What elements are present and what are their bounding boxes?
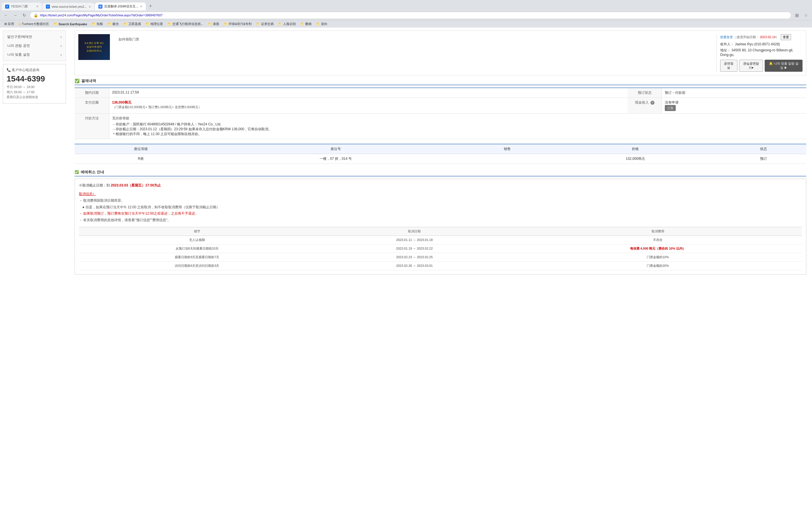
payment-cash-text: 现金收入 bbox=[635, 101, 649, 104]
seat-col-sales: 销售 bbox=[465, 144, 550, 154]
tab-favicon-viewsource: Y bbox=[46, 5, 50, 8]
customer-service-box: 📞 客户中心电话咨询 1544-6399 平日 09:00 ～ 18:00 周六… bbox=[3, 64, 66, 104]
cancel-info: 取消信息） － 取消费用因取消日期而异。 ● 但是，如果在预订当天中午 12:0… bbox=[79, 191, 802, 223]
bookmark-earthquake[interactable]: 📁 Search Earthquake bbox=[52, 21, 89, 26]
tab-close-yes24[interactable]: ✕ bbox=[36, 5, 38, 8]
cancel-row-0: 无人认领期 2023.01.11 ～ 2023.01.18 不存在 bbox=[79, 236, 802, 244]
cancel-detail-1: 从预订后8天到观看日期前10天 bbox=[79, 244, 315, 253]
cancel-detail-3: 访问日期前6天至访问日期前3天 bbox=[79, 262, 315, 270]
tab-viewsource[interactable]: Y view-source:ticket.yes2... ✕ bbox=[42, 3, 94, 10]
traffic-folder-icon: 📁 bbox=[167, 22, 172, 26]
alarm-button[interactable]: 🔔 나의 맞춤 알람 설정 ▶ bbox=[765, 60, 802, 72]
tab-close-baidu[interactable]: ✕ bbox=[140, 5, 142, 8]
bookmark-vpn[interactable]: 📁 翻墙 bbox=[299, 21, 313, 27]
cancel-col-detail: 细节 bbox=[79, 227, 315, 236]
sidebar-item-ticket[interactable]: 발인구폰/예매전 › bbox=[3, 32, 66, 41]
cancel-info-link[interactable]: 取消信息） bbox=[79, 192, 96, 196]
seat-col-status: 状态 bbox=[720, 144, 806, 154]
environment-folder-icon: 📁 bbox=[224, 22, 228, 26]
satellite-folder-icon: 📁 bbox=[123, 22, 127, 26]
payment-row-date: 预约日期 2023.01.11 17:59 预订状态 预订－付款前 bbox=[75, 88, 806, 98]
cancel-info-line1: ● 但是，如果在预订当天中午 12:00 之前取消，则不收取取消费用（仅限于取消… bbox=[79, 204, 802, 211]
address-bar[interactable]: 🔒 https://ticket.yes24.com/Pages/MyPage/… bbox=[30, 12, 791, 19]
cancel-deadline-date: 2023.03.03（星期五）17:00为止 bbox=[111, 183, 161, 187]
payment-row-amount: 支付总额 136,000韩元 （门票金额132,000韩元+ 预订费1,000韩… bbox=[75, 98, 806, 114]
tab-close-viewsource[interactable]: ✕ bbox=[89, 5, 91, 8]
sidebar-arrow-concert: › bbox=[60, 44, 62, 48]
seat-number: 一楼，07 拼，014 号 bbox=[207, 154, 465, 164]
bookmark-traffic-label: 交通飞行航班信息抓... bbox=[173, 22, 203, 26]
bookmark-face-label: 人脸识别 bbox=[283, 22, 296, 26]
address-label: 地址： bbox=[720, 48, 730, 52]
extensions-button[interactable]: ⊞ bbox=[793, 12, 800, 19]
forward-button[interactable]: → bbox=[12, 12, 19, 19]
bookmark-environment-label: 环保&排污&专利 bbox=[229, 22, 252, 26]
reload-button[interactable]: ↻ bbox=[21, 12, 28, 19]
bookmark-traffic[interactable]: 📁 交通飞行航班信息抓... bbox=[165, 21, 205, 27]
page-layout: 발인구폰/예매전 › 나의 관람 공연 › 나의 맞춤 설정 › 📞 客户中心电… bbox=[0, 28, 812, 277]
bookmark-satellite[interactable]: 📁 卫星遥感 bbox=[121, 21, 143, 27]
payment-date-value: 2023.01.11 17:59 bbox=[109, 88, 628, 98]
securities-folder-icon: 📁 bbox=[256, 22, 260, 26]
bookmark-button[interactable]: ☆ bbox=[802, 12, 810, 19]
payment-method-line0: 无分折存款 bbox=[112, 116, 804, 121]
cancel-section-title: 예매취소 안내 bbox=[80, 169, 104, 175]
batch-delivery-link[interactable]: 批量发货 bbox=[720, 35, 733, 39]
cs-hour-1: 平日 09:00 ～ 18:00 bbox=[6, 85, 62, 90]
sidebar-menu: 발인구폰/예매전 › 나의 관람 공연 › 나의 맞춤 설정 › bbox=[3, 31, 66, 61]
cancel-detail-0: 无人认领期 bbox=[79, 236, 315, 244]
bookmark-tushare[interactable]: U Tushare大数据社区 bbox=[17, 21, 51, 27]
poster-text: 3.4 (토) 오후 3시성남아트센터오페라하우스 bbox=[84, 41, 104, 53]
bookmark-securities[interactable]: 📁 证券交易 bbox=[254, 21, 276, 27]
seat-row: R座 一楼，07 拼，014 号 132,000韩元 预订 bbox=[75, 154, 806, 164]
cancel-deadline: ※取消截止日期：到 2023.03.03（星期五）17:00为止 bbox=[79, 183, 802, 188]
seat-col-price: 价格 bbox=[550, 144, 721, 154]
batch-delivery-info: 批量发货 （发货开始日期： 2023.02.14） 变更 bbox=[720, 34, 802, 40]
sidebar-label-settings: 나의 맞춤 설정 bbox=[7, 52, 30, 57]
address-bar-row: ← → ↻ 🔒 https://ticket.yes24.com/Pages/M… bbox=[0, 10, 812, 20]
ticket-poster: 3.4 (토) 오후 3시성남아트센터오페라하우스 bbox=[78, 34, 110, 60]
concert-info-button[interactable]: 공연정보 bbox=[720, 60, 737, 72]
bookmark-reverse[interactable]: 📁 逆向 bbox=[314, 21, 329, 27]
cs-hour-2: 周六 09:00 ～ 17:00 bbox=[6, 90, 62, 95]
aurora-folder-icon: 📁 bbox=[108, 22, 112, 26]
sidebar-item-settings[interactable]: 나의 맞춤 설정 › bbox=[3, 50, 66, 59]
back-button[interactable]: ← bbox=[2, 12, 10, 19]
cancel-date-0: 2023.01.11 ～ 2023.01.18 bbox=[315, 236, 514, 244]
how-to-label: 如何领取门票 bbox=[119, 37, 139, 41]
tab-baidu[interactable]: B 百度翻译-200种语言互... ✕ bbox=[95, 3, 146, 10]
cancel-detail-2: 观看日期前9天至观看日期前7天 bbox=[79, 253, 315, 262]
new-tab-button[interactable]: + bbox=[146, 2, 155, 10]
payment-section-title: 결제내역 bbox=[81, 78, 96, 84]
bookmark-reverse-label: 逆向 bbox=[321, 22, 327, 26]
bookmark-apps[interactable]: ⊞ 应用 bbox=[2, 21, 16, 27]
apply-button[interactable]: 신청 bbox=[665, 105, 676, 111]
reverse-folder-icon: 📁 bbox=[316, 22, 320, 26]
payment-check-icon: ✅ bbox=[75, 78, 79, 83]
bookmark-ship[interactable]: 📁 轮船 bbox=[90, 21, 105, 27]
ticket-info-box: 如何领取门票 bbox=[115, 34, 711, 72]
seat-sales bbox=[465, 154, 550, 164]
bookmark-environment[interactable]: 📁 环保&排污&专利 bbox=[222, 21, 254, 27]
sidebar-label-concert: 나의 관람 공연 bbox=[7, 43, 30, 48]
change-button[interactable]: 变更 bbox=[781, 34, 791, 40]
sidebar-item-concert[interactable]: 나의 관람 공연 › bbox=[3, 41, 66, 50]
interest-button[interactable]: 관심공연담기▾ bbox=[739, 60, 763, 72]
bookmark-aurora[interactable]: 📁 极光 bbox=[106, 21, 121, 27]
tab-label-baidu: 百度翻译-200种语言互... bbox=[104, 4, 138, 8]
cs-hour-3: 星期日及公众假期休息 bbox=[6, 95, 62, 100]
help-icon[interactable]: ? bbox=[650, 101, 654, 105]
cancel-check-icon: ✅ bbox=[75, 170, 79, 174]
bookmark-geo[interactable]: 📁 地理位置 bbox=[143, 21, 165, 27]
cancel-section-header: ✅ 예매취소 안내 bbox=[75, 169, 806, 177]
payment-method-label: 付款方法 bbox=[75, 114, 109, 139]
bookmark-face[interactable]: 📁 人脸识别 bbox=[276, 21, 298, 27]
cancel-date-1: 2023.01.19 ～ 2023.02.22 bbox=[315, 244, 514, 253]
recipient-area: 收件人： Jaehee Ryu (010-8071-6428) bbox=[720, 42, 802, 47]
bookmark-hkstock[interactable]: 📁 港股 bbox=[206, 21, 221, 27]
seat-table-header-row: 座位等级 座位号 销售 价格 状态 bbox=[75, 144, 806, 154]
payment-cash-value: 没有申请 신청 bbox=[662, 98, 806, 114]
sidebar-arrow-ticket: › bbox=[60, 35, 62, 39]
cancel-table: 细节 取消日期 取消费用 无人认领期 2023.01.11 ～ 2023.01.… bbox=[79, 227, 802, 270]
tab-yes24[interactable]: Y YES24 门票 ✕ bbox=[2, 3, 42, 10]
